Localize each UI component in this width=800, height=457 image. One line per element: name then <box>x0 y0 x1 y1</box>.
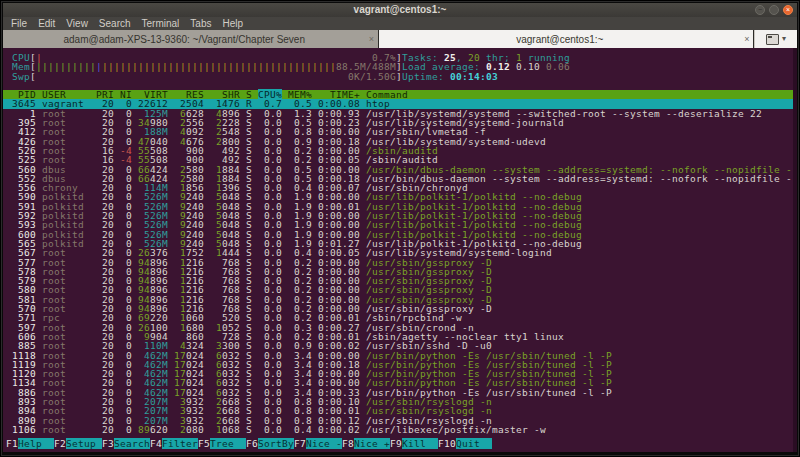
swp-meter-value: 0K/1.50G <box>348 71 396 82</box>
tab-label: adam@adam-XPS-13-9360: ~/Vagrant/Chapter… <box>3 34 366 45</box>
fkey-kill[interactable]: F9Kill <box>390 438 438 449</box>
window-title: vagrant@centos1:~ <box>3 3 797 17</box>
tab-bar: adam@adam-XPS-13-9360: ~/Vagrant/Chapter… <box>3 30 797 48</box>
uptime-line: Uptime: 00:14:03 <box>402 72 570 81</box>
fkey-help[interactable]: F1Help <box>6 438 54 449</box>
htop-summary-info: Tasks: 25, 20 thr; 1 runningLoad average… <box>402 53 570 81</box>
process-command: /usr/libexec/postfix/master -w <box>366 424 546 435</box>
fkey-setup[interactable]: F2Setup <box>54 438 102 449</box>
process-row[interactable]: 1106 root 20 0 89620 2080 1068 S 0.0 0.4… <box>6 425 797 434</box>
titlebar[interactable]: vagrant@centos1:~ − × <box>3 3 797 17</box>
tab-close-icon[interactable]: × <box>741 34 753 44</box>
htop-function-bar: F1Help F2Setup F3SearchF4FilterF5Tree F6… <box>6 438 492 449</box>
htop-process-list: 3645 vagrant 20 0 22612 2504 1476 R 0.7 … <box>6 99 797 434</box>
fkey-filter[interactable]: F4Filter <box>150 438 198 449</box>
menu-file[interactable]: File <box>11 17 27 30</box>
menu-view[interactable]: View <box>66 17 88 30</box>
menu-bar: File Edit View Search Terminal Tabs Help <box>3 17 797 30</box>
menu-search[interactable]: Search <box>99 17 131 30</box>
terminal-window: vagrant@centos1:~ − × File Edit View Sea… <box>1 1 799 456</box>
terminal-icon <box>766 34 779 45</box>
fkey-nice-[interactable]: F8Nice + <box>342 438 390 449</box>
fkey-search[interactable]: F3Search <box>102 438 150 449</box>
minimize-icon[interactable]: − <box>755 5 765 15</box>
fkey-tree[interactable]: F5Tree <box>198 438 246 449</box>
fkey-sortby[interactable]: F6SortBy <box>246 438 294 449</box>
tab-vagrant-session[interactable]: vagrant@centos1:~ × <box>379 30 755 48</box>
window-controls: − × <box>755 5 793 15</box>
screenshot-root: vagrant@centos1:~ − × File Edit View Sea… <box>0 0 800 457</box>
menu-tabs[interactable]: Tabs <box>190 17 211 30</box>
terminal-screen[interactable]: CPU[| 0.7%] Mem[||||||||||||||||||||||||… <box>3 48 797 452</box>
fkey-quit[interactable]: F10Quit <box>438 438 492 449</box>
menu-terminal[interactable]: Terminal <box>142 17 180 30</box>
new-terminal-button[interactable]: ▾ <box>754 30 797 48</box>
menu-help[interactable]: Help <box>222 17 243 30</box>
fkey-nice-[interactable]: F7Nice - <box>294 438 342 449</box>
maximize-icon[interactable] <box>769 5 779 15</box>
close-icon[interactable]: × <box>783 5 793 15</box>
scrollbar[interactable] <box>793 48 797 452</box>
tab-label: vagrant@centos1:~ <box>379 34 742 45</box>
tab-adam-session[interactable]: adam@adam-XPS-13-9360: ~/Vagrant/Chapter… <box>3 30 379 48</box>
tab-close-icon[interactable]: × <box>366 34 378 44</box>
chevron-down-icon: ▾ <box>782 35 786 43</box>
menu-edit[interactable]: Edit <box>38 17 55 30</box>
